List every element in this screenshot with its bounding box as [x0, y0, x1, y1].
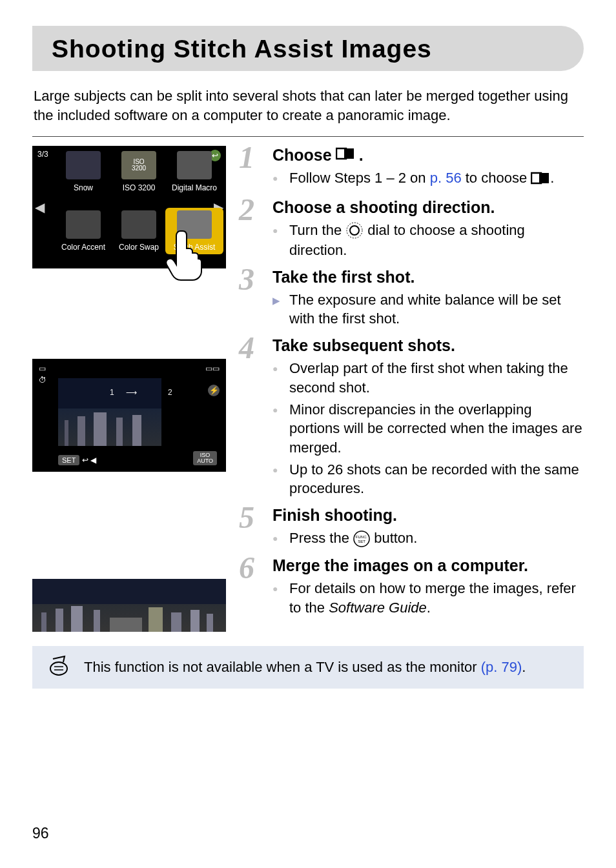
- battery-icon: ▭: [39, 364, 46, 373]
- step-1: 1 Choose . Follow Steps 1 – 2 on p. 56 t…: [243, 146, 584, 190]
- step-number: 3: [239, 261, 254, 297]
- mode-select-screenshot: 3/3 ↩ ◀ ▶ Snow ISO3200 ISO 3200 Digital …: [32, 146, 226, 268]
- guide-title-italic: Software Guide: [329, 600, 427, 616]
- svg-text:SET: SET: [358, 540, 365, 543]
- step-number: 5: [239, 500, 254, 535]
- page-indicator: 3/3: [37, 150, 48, 159]
- svg-rect-3: [539, 173, 549, 183]
- svg-rect-1: [344, 148, 354, 159]
- mode-label: Color Accent: [61, 243, 105, 252]
- func-set-button-icon: FUNC.SET: [353, 529, 370, 549]
- control-dial-icon: [345, 221, 364, 241]
- shot-number-2: 2: [168, 388, 172, 397]
- step-5: 5 Finish shooting. Press the FUNC.SET bu…: [243, 506, 584, 549]
- step-heading: Merge the images on a computer.: [272, 556, 584, 575]
- step-number: 1: [239, 139, 254, 175]
- panorama-result-screenshot: [32, 579, 226, 632]
- note-text: This function is not available when a TV…: [84, 659, 526, 676]
- shot-number-1: 1: [110, 388, 114, 397]
- step-3: 3 Take the first shot. The exposure and …: [243, 268, 584, 328]
- step-item: Follow Steps 1 – 2 on p. 56 to choose .: [272, 168, 584, 190]
- page-link[interactable]: (p. 79): [481, 659, 522, 675]
- step-6: 6 Merge the images on a computer. For de…: [243, 556, 584, 617]
- arrow-right-icon: ⟶: [126, 388, 137, 397]
- steps-column: 1 Choose . Follow Steps 1 – 2 on p. 56 t…: [243, 146, 584, 632]
- step-heading: Choose .: [272, 146, 584, 165]
- step-4: 4 Take subsequent shots. Overlap part of…: [243, 336, 584, 498]
- left-column: 3/3 ↩ ◀ ▶ Snow ISO3200 ISO 3200 Digital …: [32, 146, 226, 632]
- svg-point-6: [354, 531, 369, 547]
- step-heading: Take the first shot.: [272, 268, 584, 287]
- mode-cell: Digital Macro: [165, 151, 223, 192]
- step-number: 4: [239, 330, 254, 365]
- page-title-banner: Shooting Stitch Assist Images: [32, 26, 584, 71]
- mode-cell: Color Accent: [54, 210, 112, 252]
- mode-label: Snow: [74, 183, 93, 192]
- stitch-assist-icon: [336, 146, 355, 165]
- svg-text:FUNC.: FUNC.: [356, 535, 368, 539]
- mode-label: Color Swap: [119, 243, 159, 252]
- step-item: Overlap part of the first shot when taki…: [272, 359, 584, 397]
- panorama-photo: [32, 579, 226, 632]
- step-number: 2: [239, 192, 254, 227]
- flash-icon: ⚡: [208, 385, 220, 396]
- step-item: Press the FUNC.SET button.: [272, 529, 584, 549]
- step-item: Minor discrepancies in the overlapping p…: [272, 400, 584, 458]
- step-head-period: .: [359, 146, 364, 165]
- svg-point-4: [347, 223, 362, 238]
- page-number: 96: [32, 825, 49, 842]
- stitch-mode-icon: ▭▭: [205, 364, 220, 373]
- timer-icon: ⏱: [39, 376, 46, 385]
- mode-cell: Color Swap: [110, 210, 168, 252]
- page-link[interactable]: p. 56: [430, 170, 462, 186]
- step-heading: Choose a shooting direction.: [272, 198, 584, 217]
- step-item: Turn the dial to choose a shooting direc…: [272, 221, 584, 260]
- mode-cell: Snow: [54, 151, 112, 192]
- note-box: This function is not available when a TV…: [32, 646, 584, 689]
- memo-icon: [48, 655, 70, 680]
- content-columns: 3/3 ↩ ◀ ▶ Snow ISO3200 ISO 3200 Digital …: [32, 146, 584, 632]
- step-number: 6: [239, 550, 254, 585]
- mode-label: Digital Macro: [172, 183, 217, 192]
- set-back-chip: SET ↩ ◀: [58, 455, 96, 465]
- mode-cell: ISO3200 ISO 3200: [110, 151, 168, 192]
- step-2: 2 Choose a shooting direction. Turn the …: [243, 198, 584, 260]
- svg-point-5: [350, 226, 359, 235]
- step-heading: Finish shooting.: [272, 506, 584, 525]
- separator: [32, 136, 584, 137]
- step-item: For details on how to merge the images, …: [272, 579, 584, 617]
- nav-left-icon: ◀: [35, 199, 45, 215]
- intro-paragraph: Large subjects can be split into several…: [32, 86, 584, 125]
- stitch-assist-icon: [531, 171, 550, 190]
- page-title: Shooting Stitch Assist Images: [52, 35, 564, 63]
- step-item: The exposure and white balance will be s…: [272, 290, 584, 328]
- svg-point-9: [50, 662, 67, 675]
- stitch-preview-screenshot: ▭ ⏱ ▭▭ ⚡ 1 ⟶ 2 SET ↩ ◀: [32, 359, 226, 472]
- pointing-hand-icon: [165, 230, 203, 281]
- step-head-text: Choose: [272, 146, 332, 165]
- iso-auto-chip: ISO AUTO: [193, 451, 217, 465]
- step-item: Up to 26 shots can be recorded with the …: [272, 460, 584, 498]
- mode-label: ISO 3200: [123, 183, 156, 192]
- step-heading: Take subsequent shots.: [272, 336, 584, 355]
